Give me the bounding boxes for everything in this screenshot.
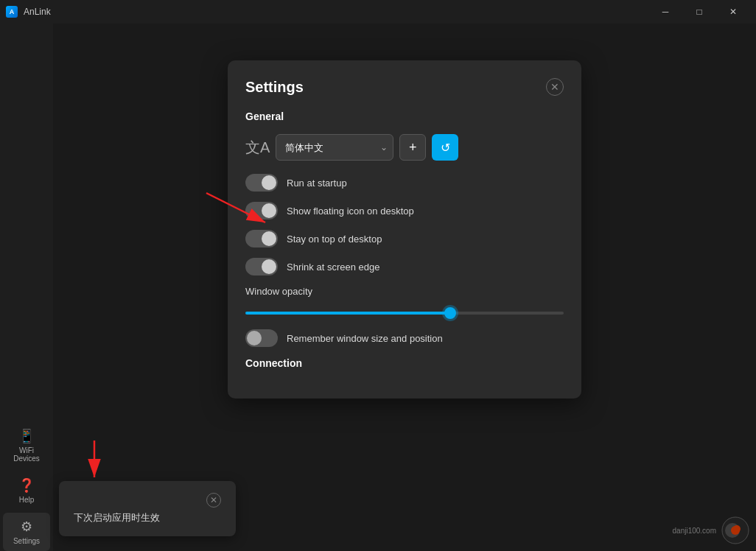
toggle-knob xyxy=(262,259,276,274)
settings-icon: ⚙ xyxy=(21,519,32,535)
watermark: danji100.com xyxy=(673,516,750,545)
dialog-overlay: Settings ✕ General 文A 简体中文 English 日本語 한… xyxy=(53,24,756,551)
toast-text: 下次启动应用时生效 xyxy=(74,512,160,523)
toggle-row-stay-on-top: Stay on top of desktop xyxy=(245,230,564,248)
language-select-wrap: 简体中文 English 日本語 한국어 xyxy=(276,134,393,161)
connection-section: Connection xyxy=(245,357,564,369)
maximize-button[interactable]: □ xyxy=(682,0,716,24)
show-floating-icon-toggle[interactable] xyxy=(245,202,278,220)
settings-dialog: Settings ✕ General 文A 简体中文 English 日本語 한… xyxy=(228,60,581,399)
toast-header: ✕ xyxy=(74,493,221,508)
close-button[interactable]: ✕ xyxy=(716,0,750,24)
run-at-startup-label: Run at startup xyxy=(287,178,347,189)
dialog-close-button[interactable]: ✕ xyxy=(546,78,564,96)
dialog-title: Settings xyxy=(245,79,304,96)
general-section-heading: General xyxy=(245,110,564,122)
sidebar-wifi-devices-label: WiFiDevices xyxy=(13,446,40,463)
toggle-knob xyxy=(262,203,276,218)
dialog-header: Settings ✕ xyxy=(245,78,564,96)
refresh-icon: ↺ xyxy=(441,141,450,155)
language-row: 文A 简体中文 English 日本語 한국어 + ↺ xyxy=(245,134,564,161)
language-icon: 文A xyxy=(245,138,270,158)
watermark-site: danji100.com xyxy=(673,527,716,535)
stay-on-top-label: Stay on top of desktop xyxy=(287,234,382,245)
toggle-knob xyxy=(247,331,262,345)
watermark-logo xyxy=(721,516,750,545)
app-title: AnLink xyxy=(24,7,51,17)
sidebar-settings-label: Settings xyxy=(13,537,40,545)
toast-notification: ✕ 下次启动应用时生效 xyxy=(59,481,236,536)
sidebar-help-label: Help xyxy=(19,496,35,504)
toggle-row-run-at-startup: Run at startup xyxy=(245,174,564,192)
wifi-devices-icon: 📱 xyxy=(18,428,35,444)
sidebar-item-help[interactable]: ❓ Help xyxy=(3,471,50,510)
shrink-at-edge-toggle[interactable] xyxy=(245,258,278,276)
run-at-startup-toggle[interactable] xyxy=(245,174,278,192)
add-language-button[interactable]: + xyxy=(399,134,426,161)
sidebar: 📱 WiFiDevices ❓ Help ⚙ Settings xyxy=(0,24,53,551)
toggle-knob xyxy=(262,231,276,246)
sidebar-item-settings[interactable]: ⚙ Settings xyxy=(3,513,50,551)
toggle-knob xyxy=(262,175,276,190)
app-icon: A xyxy=(6,6,18,18)
sidebar-item-wifi-devices[interactable]: 📱 WiFiDevices xyxy=(3,422,50,468)
opacity-section: Window opacity xyxy=(245,286,564,317)
toggle-row-show-floating-icon: Show floating icon on desktop xyxy=(245,202,564,220)
main-area: 📱 WiFiDevices ❓ Help ⚙ Settings Settings… xyxy=(0,24,756,551)
show-floating-icon-label: Show floating icon on desktop xyxy=(287,206,414,217)
svg-point-7 xyxy=(733,525,741,533)
remember-window-text: Remember window size and position xyxy=(287,333,443,344)
titlebar: A AnLink ─ □ ✕ xyxy=(0,0,756,24)
connection-section-heading: Connection xyxy=(245,357,564,369)
toggle-row-shrink-at-edge: Shrink at screen edge xyxy=(245,258,564,276)
help-icon: ❓ xyxy=(18,477,35,494)
toast-close-button[interactable]: ✕ xyxy=(206,493,221,508)
titlebar-controls: ─ □ ✕ xyxy=(648,0,750,24)
stay-on-top-toggle[interactable] xyxy=(245,230,278,248)
opacity-slider[interactable] xyxy=(245,312,564,315)
minimize-button[interactable]: ─ xyxy=(648,0,682,24)
refresh-button[interactable]: ↺ xyxy=(432,134,458,161)
titlebar-left: A AnLink xyxy=(6,6,51,18)
shrink-at-edge-label: Shrink at screen edge xyxy=(287,262,379,273)
remember-window-toggle[interactable] xyxy=(245,329,278,347)
opacity-label: Window opacity xyxy=(245,286,564,297)
toggle-row-remember-window: Connection Remember window size and posi… xyxy=(245,329,564,347)
language-select[interactable]: 简体中文 English 日本語 한국어 xyxy=(276,134,393,161)
